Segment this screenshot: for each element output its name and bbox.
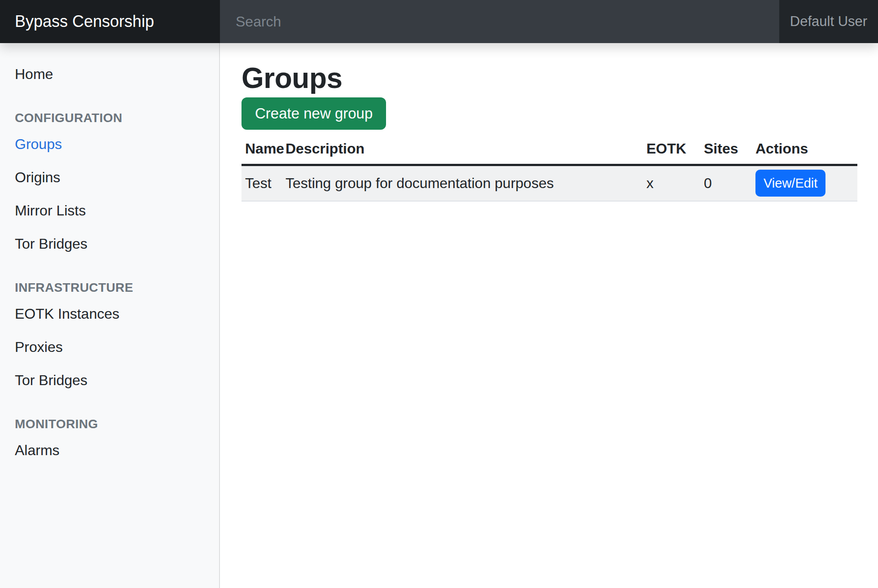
cell-sites: 0 [700,165,752,201]
view-edit-button[interactable]: View/Edit [755,170,825,197]
page-title: Groups [241,61,856,96]
sidebar-item-eotk-instances[interactable]: EOTK Instances [0,297,220,330]
app-title[interactable]: Bypass Censorship [0,0,220,43]
column-header-description: Description [282,133,643,165]
user-menu[interactable]: Default User [779,0,878,43]
sidebar-heading-infrastructure: INFRASTRUCTURE [0,278,220,297]
column-header-name: Name [241,133,282,165]
column-header-eotk: EOTK [643,133,700,165]
search-bar [220,0,779,43]
cell-name: Test [241,165,282,201]
sidebar: Home CONFIGURATION Groups Origins Mirror… [0,43,220,588]
cell-actions: View/Edit [752,165,857,201]
main-content: Groups Create new group Name Description… [220,43,878,588]
sidebar-item-alarms[interactable]: Alarms [0,434,220,467]
sidebar-heading-configuration: CONFIGURATION [0,109,220,127]
column-header-sites: Sites [700,133,752,165]
sidebar-item-mirror-lists[interactable]: Mirror Lists [0,194,220,227]
table-row: Test Testing group for documentation pur… [241,165,857,201]
sidebar-heading-monitoring: MONITORING [0,415,220,434]
sidebar-item-home[interactable]: Home [0,57,220,91]
sidebar-item-proxies[interactable]: Proxies [0,330,220,364]
top-navbar: Bypass Censorship Default User [0,0,878,43]
sidebar-item-origins[interactable]: Origins [0,161,220,194]
cell-description: Testing group for documentation purposes [282,165,643,201]
search-input[interactable] [220,0,779,43]
sidebar-item-tor-bridges-infra[interactable]: Tor Bridges [0,364,220,397]
groups-table: Name Description EOTK Sites Actions Test… [241,133,857,202]
cell-eotk: x [643,165,700,201]
sidebar-item-groups[interactable]: Groups [0,127,220,161]
column-header-actions: Actions [752,133,857,165]
sidebar-item-tor-bridges-config[interactable]: Tor Bridges [0,227,220,260]
table-header-row: Name Description EOTK Sites Actions [241,133,857,165]
create-new-group-button[interactable]: Create new group [241,97,386,130]
